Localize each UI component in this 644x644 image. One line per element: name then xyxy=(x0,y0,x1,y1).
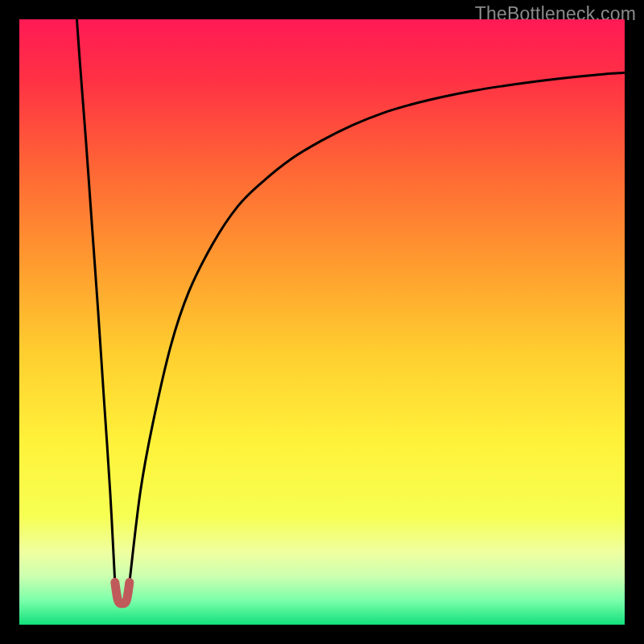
plot-svg xyxy=(19,19,625,625)
chart-frame: TheBottleneck.com xyxy=(0,0,644,644)
plot-area xyxy=(19,19,625,625)
gradient-background xyxy=(19,19,625,625)
